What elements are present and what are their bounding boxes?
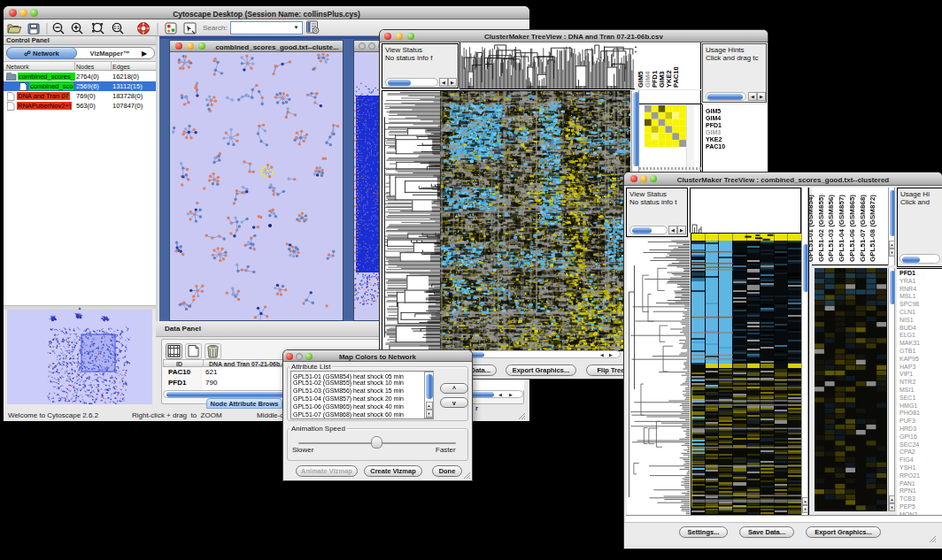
svg-text:1:1: 1:1	[114, 26, 120, 30]
